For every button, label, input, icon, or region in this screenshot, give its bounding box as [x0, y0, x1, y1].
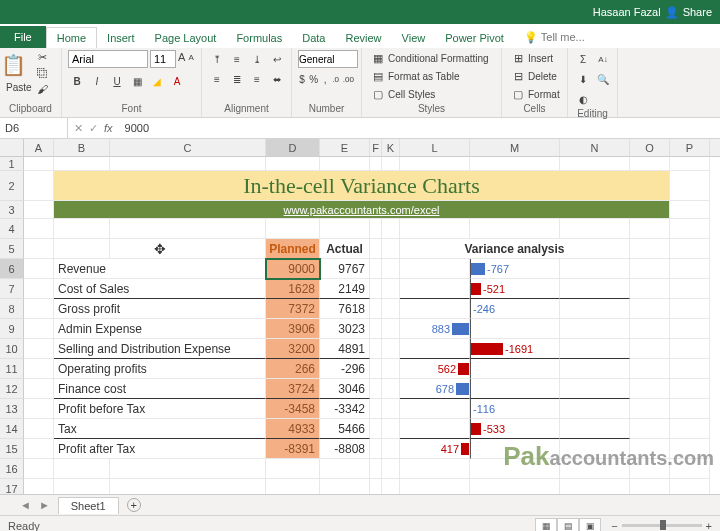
cell[interactable] [670, 459, 710, 479]
enter-formula-icon[interactable]: ✓ [89, 122, 98, 135]
cell[interactable] [320, 479, 370, 494]
cell[interactable] [470, 157, 560, 171]
row-header[interactable]: 2 [0, 171, 24, 201]
actual-cell[interactable]: 3023 [320, 319, 370, 339]
formula-input[interactable]: 9000 [119, 122, 720, 134]
row-header[interactable]: 6 [0, 259, 24, 279]
page-layout-view-button[interactable]: ▤ [557, 518, 579, 532]
variance-left[interactable]: 562 [400, 359, 470, 379]
cell[interactable] [370, 379, 382, 399]
cell[interactable] [24, 379, 54, 399]
cell[interactable] [110, 479, 266, 494]
col-header-A[interactable]: A [24, 139, 54, 156]
planned-cell[interactable]: 1628 [266, 279, 320, 299]
variance-right[interactable]: -246 [470, 299, 560, 319]
cell[interactable] [24, 239, 54, 259]
row-header[interactable]: 11 [0, 359, 24, 379]
row-header[interactable]: 3 [0, 201, 24, 219]
row-label[interactable]: Profit before Tax [54, 399, 266, 419]
cell[interactable] [24, 339, 54, 359]
cell[interactable] [54, 219, 110, 239]
delete-cells-button[interactable]: ⊟Delete [508, 68, 563, 84]
actual-cell[interactable]: -8808 [320, 439, 370, 459]
cell[interactable] [670, 379, 710, 399]
col-header-L[interactable]: L [400, 139, 470, 156]
cell[interactable] [110, 239, 266, 259]
planned-cell[interactable]: 3724 [266, 379, 320, 399]
tab-view[interactable]: View [392, 28, 436, 48]
cell[interactable] [370, 479, 382, 494]
cell[interactable] [24, 479, 54, 494]
row-label[interactable]: Selling and Distribution Expense [54, 339, 266, 359]
cell[interactable] [470, 459, 560, 479]
cell[interactable] [320, 157, 370, 171]
cell[interactable] [470, 479, 560, 494]
row-label[interactable]: Tax [54, 419, 266, 439]
row-header[interactable]: 9 [0, 319, 24, 339]
cell[interactable] [382, 279, 400, 299]
cell[interactable] [630, 459, 670, 479]
variance-right[interactable]: -767 [470, 259, 560, 279]
cell[interactable] [670, 157, 710, 171]
cell[interactable] [370, 419, 382, 439]
header-actual[interactable]: Actual [320, 239, 370, 259]
clear-icon[interactable]: ◐ [574, 90, 592, 108]
cell[interactable] [630, 479, 670, 494]
cell[interactable] [382, 399, 400, 419]
cell[interactable] [382, 479, 400, 494]
cell[interactable] [670, 219, 710, 239]
cell[interactable] [560, 479, 630, 494]
planned-cell[interactable]: 3200 [266, 339, 320, 359]
font-color-button[interactable]: A [168, 72, 186, 90]
increase-font-icon[interactable]: A [178, 50, 186, 64]
cell[interactable] [382, 459, 400, 479]
row-header[interactable]: 17 [0, 479, 24, 494]
page-break-view-button[interactable]: ▣ [579, 518, 601, 532]
cell[interactable] [24, 157, 54, 171]
cell[interactable] [630, 399, 670, 419]
cell[interactable] [560, 359, 630, 379]
cell[interactable] [382, 439, 400, 459]
row-header[interactable]: 4 [0, 219, 24, 239]
cell[interactable] [670, 419, 710, 439]
link-cell[interactable]: www.pakaccountants.com/excel [54, 201, 670, 219]
variance-right[interactable] [470, 379, 560, 399]
cell[interactable] [670, 439, 710, 459]
find-icon[interactable]: 🔍 [594, 70, 612, 88]
cell[interactable] [370, 259, 382, 279]
cell[interactable] [24, 439, 54, 459]
cell[interactable] [382, 219, 400, 239]
variance-right[interactable] [470, 439, 560, 459]
cell[interactable] [24, 319, 54, 339]
cell[interactable] [560, 459, 630, 479]
variance-left[interactable] [400, 279, 470, 299]
normal-view-button[interactable]: ▦ [535, 518, 557, 532]
cell[interactable] [560, 299, 630, 319]
cell[interactable] [24, 459, 54, 479]
cell[interactable] [670, 239, 710, 259]
cell[interactable] [670, 339, 710, 359]
col-header-B[interactable]: B [54, 139, 110, 156]
cell[interactable] [560, 419, 630, 439]
cell[interactable] [630, 439, 670, 459]
cell[interactable] [630, 259, 670, 279]
row-header[interactable]: 16 [0, 459, 24, 479]
align-middle-icon[interactable]: ≡ [228, 50, 246, 68]
col-header-E[interactable]: E [320, 139, 370, 156]
cell[interactable] [370, 219, 382, 239]
tab-power-pivot[interactable]: Power Pivot [435, 28, 514, 48]
actual-cell[interactable]: 9767 [320, 259, 370, 279]
align-top-icon[interactable]: ⤒ [208, 50, 226, 68]
cell[interactable]: ✥ [54, 239, 110, 259]
cell[interactable] [560, 157, 630, 171]
tab-review[interactable]: Review [335, 28, 391, 48]
number-format-select[interactable] [298, 50, 358, 68]
cell[interactable] [670, 399, 710, 419]
cell[interactable] [382, 359, 400, 379]
cell[interactable] [24, 171, 54, 201]
tab-insert[interactable]: Insert [97, 28, 145, 48]
cell[interactable] [560, 219, 630, 239]
variance-right[interactable]: -521 [470, 279, 560, 299]
cell[interactable] [670, 479, 710, 494]
format-as-table-button[interactable]: ▤Format as Table [368, 68, 492, 84]
